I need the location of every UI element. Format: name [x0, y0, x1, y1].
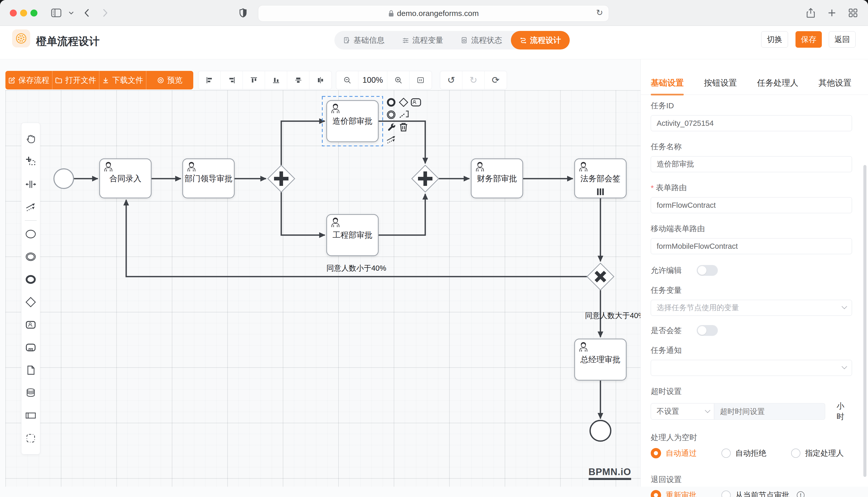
create-user-task[interactable]: [23, 313, 39, 336]
tab-button-settings[interactable]: 按钮设置: [704, 77, 737, 95]
create-intermediate-event[interactable]: [23, 245, 39, 268]
connect-tool-icon[interactable]: [386, 134, 397, 145]
new-tab-icon[interactable]: [826, 7, 838, 19]
create-participant[interactable]: [23, 404, 39, 427]
timeout-value-input[interactable]: [714, 403, 825, 420]
info-icon[interactable]: !: [797, 491, 804, 497]
bpmn-diagram: 同意人数小于40% 同意人数大于40% 合同录入 部门领导审批: [5, 90, 640, 487]
countersign-toggle[interactable]: [697, 325, 718, 336]
radio-auto-approve[interactable]: 自动通过: [651, 448, 697, 458]
timeout-mode-select[interactable]: 不设置: [651, 403, 714, 420]
zoom-out-button[interactable]: [336, 71, 358, 89]
edge-gateway1-to-eng[interactable]: [281, 192, 325, 235]
bpmn-io-watermark[interactable]: BPMN.iO: [589, 467, 631, 480]
reload-icon[interactable]: ↻: [596, 8, 603, 17]
append-gateway-icon[interactable]: [398, 97, 409, 108]
history-back-button[interactable]: [81, 7, 93, 19]
allow-edit-toggle[interactable]: [697, 265, 718, 276]
form-route-input[interactable]: [651, 197, 852, 213]
align-center-horizontal-button[interactable]: [287, 71, 309, 89]
fit-viewport-button[interactable]: [410, 71, 432, 89]
redo-button[interactable]: ↻: [463, 71, 485, 89]
switch-button[interactable]: 切换: [761, 31, 788, 48]
save-button[interactable]: 保存: [796, 31, 822, 48]
append-user-task-icon[interactable]: [411, 97, 421, 108]
exclusive-gateway[interactable]: [587, 263, 614, 290]
tab-overview-icon[interactable]: [847, 7, 859, 19]
panel-scrollbar[interactable]: [863, 165, 866, 477]
save-flow-button[interactable]: 保存流程: [5, 71, 52, 89]
undo-button[interactable]: ↺: [440, 71, 463, 89]
parallel-gateway-2[interactable]: [412, 165, 439, 192]
global-connect-tool[interactable]: [23, 196, 39, 218]
sidebar-toggle-icon[interactable]: [50, 7, 63, 19]
radio-dot: [721, 449, 731, 458]
start-event[interactable]: [54, 169, 73, 188]
hand-tool[interactable]: [23, 128, 39, 150]
refresh-button[interactable]: ⟳: [485, 71, 507, 89]
node-finance-approve[interactable]: 财务部审批: [471, 159, 523, 198]
tab-flow-variables[interactable]: 流程变量: [393, 31, 452, 49]
chevron-down-icon[interactable]: [65, 7, 78, 19]
task-id-input[interactable]: [651, 115, 852, 131]
align-right-button[interactable]: [221, 71, 243, 89]
node-contract-entry[interactable]: 合同录入: [100, 159, 151, 198]
wrench-icon[interactable]: [386, 122, 397, 132]
tab-task-assignee[interactable]: 任务处理人: [757, 77, 798, 95]
create-data-object[interactable]: [23, 359, 39, 382]
preview-button[interactable]: 预览: [146, 71, 193, 89]
task-notify-select[interactable]: [651, 360, 852, 376]
edge-eng-to-gateway2[interactable]: [378, 194, 425, 235]
traffic-light-minimize[interactable]: [20, 10, 27, 16]
create-start-event[interactable]: [23, 223, 39, 245]
open-file-button[interactable]: 打开文件: [52, 71, 99, 89]
task-variable-select[interactable]: 选择任务节点使用的变量: [651, 300, 852, 316]
align-center-vertical-button[interactable]: [309, 71, 332, 89]
radio-assign-handler[interactable]: 指定处理人: [791, 448, 844, 458]
share-icon[interactable]: [804, 7, 817, 19]
address-bar[interactable]: demo.orangeforms.com ↻: [258, 5, 609, 22]
bpmn-canvas[interactable]: 同意人数小于40% 同意人数大于40% 合同录入 部门领导审批: [5, 90, 640, 487]
end-event[interactable]: [590, 421, 611, 441]
radio-from-current-node[interactable]: 从当前节点审批!: [721, 490, 804, 497]
create-subprocess[interactable]: [23, 336, 39, 359]
zoom-in-button[interactable]: [387, 71, 410, 89]
create-data-store[interactable]: [23, 382, 39, 404]
parallel-gateway-1[interactable]: [268, 165, 295, 192]
node-gm-approve[interactable]: 总经理审批: [575, 339, 626, 380]
align-bottom-button[interactable]: [265, 71, 287, 89]
return-setting-options: 重新审批 从当前节点审批!: [651, 489, 852, 497]
node-legal-countersign[interactable]: 法务部会签: [575, 159, 626, 198]
download-file-button[interactable]: 下载文件: [99, 71, 146, 89]
lasso-tool[interactable]: [23, 150, 39, 173]
radio-re-approve[interactable]: 重新审批: [651, 490, 697, 497]
create-end-event[interactable]: [23, 268, 39, 291]
node-eng-dept-approve[interactable]: 工程部审批: [327, 214, 378, 256]
append-text-annotation-icon[interactable]: [399, 109, 410, 119]
append-end-event-icon[interactable]: [386, 97, 397, 108]
create-gateway[interactable]: [23, 291, 39, 313]
trash-icon[interactable]: [398, 122, 409, 132]
tab-basic-settings[interactable]: 基础设置: [651, 77, 684, 95]
back-button[interactable]: 返回: [829, 31, 856, 48]
create-group[interactable]: [23, 427, 39, 450]
edge-gateway1-to-cost[interactable]: [281, 121, 325, 165]
align-left-button[interactable]: [198, 71, 221, 89]
space-tool[interactable]: [23, 173, 39, 196]
node-cost-dept-approve[interactable]: 造价部审批: [327, 101, 378, 142]
traffic-light-fullscreen[interactable]: [30, 10, 38, 16]
node-dept-leader-approve[interactable]: 部门领导审批: [183, 159, 234, 198]
radio-dot: [721, 491, 731, 497]
shield-icon[interactable]: [237, 7, 249, 19]
history-forward-button[interactable]: [99, 7, 111, 19]
radio-auto-reject[interactable]: 自动拒绝: [721, 448, 766, 458]
tab-flow-design[interactable]: 流程设计: [511, 31, 570, 49]
tab-basic-info[interactable]: 基础信息: [334, 31, 393, 49]
align-top-button[interactable]: [243, 71, 265, 89]
tab-flow-status[interactable]: 流程状态: [452, 31, 511, 49]
tab-other-settings[interactable]: 其他设置: [818, 77, 852, 95]
task-name-input[interactable]: [651, 156, 852, 172]
append-intermediate-event-icon[interactable]: [386, 109, 397, 120]
mobile-form-route-input[interactable]: [651, 238, 852, 254]
traffic-light-close[interactable]: [10, 10, 17, 16]
